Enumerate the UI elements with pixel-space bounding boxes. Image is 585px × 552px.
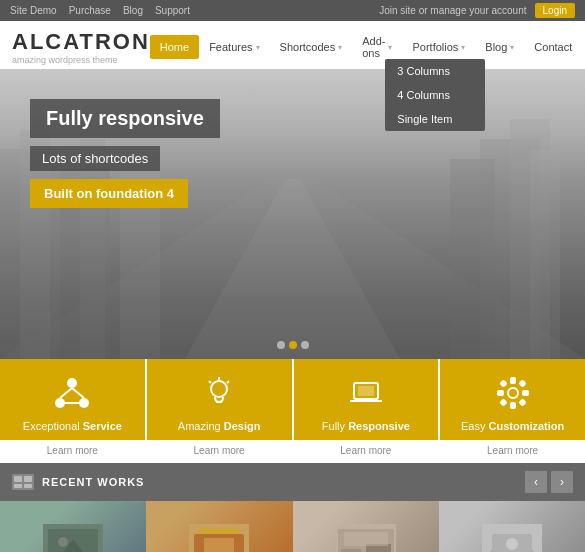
svg-rect-26 bbox=[362, 399, 370, 402]
slider-dot-active[interactable] bbox=[289, 341, 297, 349]
topbar-link-blog[interactable]: Blog bbox=[123, 5, 143, 16]
login-button[interactable]: Login bbox=[535, 3, 575, 18]
logo-subtitle: amazing wordpress theme bbox=[12, 55, 150, 65]
portfolios-dropdown: 3 Columns 4 Columns Single Item bbox=[385, 59, 485, 131]
thumbnails-row: www.freechristiancollege.com bbox=[0, 501, 585, 552]
chevron-down-icon: ▾ bbox=[461, 43, 465, 52]
nav-item-portfolios[interactable]: Portfolios ▾ 3 Columns 4 Columns Single … bbox=[402, 35, 475, 59]
thumbnail-1[interactable]: www.freechristiancollege.com bbox=[0, 501, 146, 552]
slider-dot[interactable] bbox=[277, 341, 285, 349]
bulb-icon bbox=[201, 375, 237, 411]
nav-label-blog: Blog bbox=[485, 41, 507, 53]
hero-badge-foundation: Built on foundation 4 bbox=[30, 179, 188, 208]
nav-label-contact: Contact bbox=[534, 41, 572, 53]
svg-rect-38 bbox=[24, 476, 32, 482]
feature-learn-responsive[interactable]: Learn more bbox=[294, 440, 439, 461]
topbar-link-support[interactable]: Support bbox=[155, 5, 190, 16]
header: ALCATRON amazing wordpress theme Home Fe… bbox=[0, 21, 585, 65]
feature-learn-customization[interactable]: Learn more bbox=[440, 440, 585, 461]
svg-point-27 bbox=[508, 388, 518, 398]
thumb-image-4 bbox=[482, 524, 542, 553]
nav-label-portfolios: Portfolios bbox=[412, 41, 458, 53]
svg-rect-39 bbox=[14, 484, 22, 488]
nav-label-home: Home bbox=[160, 41, 189, 53]
logo: ALCATRON amazing wordpress theme bbox=[12, 29, 150, 65]
top-bar-links: Site Demo Purchase Blog Support bbox=[10, 5, 190, 16]
nav-item-contact[interactable]: Contact bbox=[524, 35, 582, 59]
top-bar-auth: Join site or manage your account Login bbox=[379, 3, 575, 18]
main-nav: Home Features ▾ Shortcodes ▾ Add-ons ▾ P… bbox=[150, 29, 582, 65]
svg-rect-24 bbox=[358, 386, 374, 396]
thumbnail-4[interactable] bbox=[439, 501, 585, 552]
thumb-image-2 bbox=[189, 524, 249, 553]
hero-banner: Fully responsive Lots of shortcodes Buil… bbox=[0, 69, 585, 359]
feature-box-design: Amazing Design Learn more bbox=[147, 359, 294, 461]
svg-rect-32 bbox=[500, 381, 506, 387]
feature-title-customization: Easy Customization bbox=[448, 420, 577, 432]
nav-item-shortcodes[interactable]: Shortcodes ▾ bbox=[270, 35, 353, 59]
nav-label-features: Features bbox=[209, 41, 252, 53]
thumb-image-1 bbox=[43, 524, 103, 553]
features-row: Exceptional Service Learn more Amazing D… bbox=[0, 359, 585, 461]
thumb-inner-4 bbox=[439, 501, 585, 552]
recent-works-nav: ‹ › bbox=[525, 471, 573, 493]
laptop-icon bbox=[348, 375, 384, 411]
svg-rect-47 bbox=[199, 529, 239, 533]
svg-point-12 bbox=[67, 378, 77, 388]
svg-rect-30 bbox=[498, 391, 503, 395]
gear-icon bbox=[495, 375, 531, 411]
thumb-image-3 bbox=[336, 524, 396, 553]
register-link[interactable]: Join site or manage your account bbox=[379, 5, 526, 16]
feature-box-customization: Easy Customization Learn more bbox=[440, 359, 585, 461]
svg-rect-29 bbox=[511, 403, 515, 408]
next-arrow[interactable]: › bbox=[551, 471, 573, 493]
hero-badge-responsive: Fully responsive bbox=[30, 99, 220, 138]
chevron-down-icon: ▾ bbox=[256, 43, 260, 52]
dropdown-item-3col[interactable]: 3 Columns bbox=[385, 59, 485, 83]
recent-works-title: RECENT WORKS bbox=[12, 474, 144, 490]
svg-rect-53 bbox=[344, 532, 388, 546]
feature-learn-service[interactable]: Learn more bbox=[0, 440, 145, 461]
svg-line-15 bbox=[60, 388, 72, 398]
recent-works-header: RECENT WORKS ‹ › bbox=[0, 463, 585, 501]
chevron-down-icon: ▾ bbox=[388, 43, 392, 52]
svg-rect-28 bbox=[511, 378, 515, 383]
thumbnail-2[interactable] bbox=[146, 501, 292, 552]
svg-point-14 bbox=[79, 398, 89, 408]
thumb-inner-2 bbox=[146, 501, 292, 552]
svg-line-21 bbox=[227, 381, 229, 383]
nav-item-home[interactable]: Home bbox=[150, 35, 199, 59]
svg-rect-31 bbox=[523, 391, 528, 395]
topbar-link-demo[interactable]: Site Demo bbox=[10, 5, 57, 16]
recent-works-label: RECENT WORKS bbox=[42, 476, 144, 488]
nav-label-shortcodes: Shortcodes bbox=[280, 41, 336, 53]
hero-content: Fully responsive Lots of shortcodes Buil… bbox=[30, 99, 220, 208]
thumb-inner-3 bbox=[293, 501, 439, 552]
thumbnail-3[interactable] bbox=[293, 501, 439, 552]
nav-item-features[interactable]: Features ▾ bbox=[199, 35, 269, 59]
dropdown-item-4col[interactable]: 4 Columns bbox=[385, 83, 485, 107]
slider-dot[interactable] bbox=[301, 341, 309, 349]
svg-point-18 bbox=[211, 381, 227, 397]
svg-rect-37 bbox=[14, 476, 22, 482]
nav-label-addons: Add-ons bbox=[362, 35, 385, 59]
svg-line-16 bbox=[72, 388, 84, 398]
chevron-down-icon: ▾ bbox=[338, 43, 342, 52]
nav-item-blog[interactable]: Blog ▾ bbox=[475, 35, 524, 59]
hero-badge-shortcodes: Lots of shortcodes bbox=[30, 146, 160, 171]
svg-rect-40 bbox=[24, 484, 32, 488]
svg-rect-35 bbox=[519, 400, 525, 406]
topbar-link-purchase[interactable]: Purchase bbox=[69, 5, 111, 16]
feature-box-responsive: Fully Responsive Learn more bbox=[294, 359, 441, 461]
prev-arrow[interactable]: ‹ bbox=[525, 471, 547, 493]
gallery-icon bbox=[12, 474, 34, 490]
svg-rect-48 bbox=[204, 538, 234, 553]
feature-learn-design[interactable]: Learn more bbox=[147, 440, 292, 461]
network-icon bbox=[54, 375, 90, 411]
svg-rect-33 bbox=[519, 381, 525, 387]
dropdown-item-single[interactable]: Single Item bbox=[385, 107, 485, 131]
thumb-inner-1 bbox=[0, 501, 146, 552]
svg-rect-11 bbox=[0, 219, 585, 359]
top-bar: Site Demo Purchase Blog Support Join sit… bbox=[0, 0, 585, 21]
svg-point-13 bbox=[55, 398, 65, 408]
